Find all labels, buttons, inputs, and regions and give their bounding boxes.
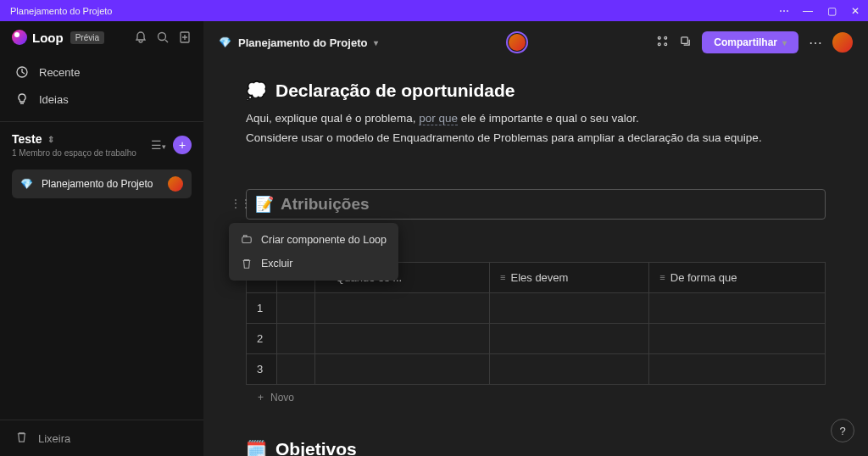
nav-ideas-label: Ideias: [39, 93, 69, 106]
add-workspace-button[interactable]: +: [173, 136, 192, 154]
drag-handle-icon[interactable]: ⋮⋮: [231, 197, 251, 209]
app-logo-text: Loop: [32, 31, 64, 45]
svg-point-3: [659, 36, 661, 39]
svg-point-6: [665, 43, 667, 46]
maximize-icon[interactable]: ▢: [826, 5, 837, 17]
share-button[interactable]: Compartilhar ▾: [702, 31, 798, 53]
apps-icon[interactable]: [656, 35, 669, 50]
nav-recent[interactable]: Recente: [0, 58, 203, 86]
table-row: 2: [247, 323, 826, 353]
table-cell[interactable]: [649, 353, 826, 384]
table-col-4[interactable]: ≡De forma que: [649, 262, 826, 292]
thought-emoji-icon: 💭: [246, 81, 267, 101]
opportunity-text-2[interactable]: Considere usar o modelo de Enquadramento…: [246, 129, 826, 148]
opportunity-heading[interactable]: 💭 Declaração de oportunidade: [246, 81, 826, 101]
table-row: 3: [247, 353, 826, 384]
ctx-delete-label: Excluir: [261, 258, 293, 270]
document-content: 💭 Declaração de oportunidade Aqui, expli…: [203, 64, 868, 456]
table-cell[interactable]: [649, 323, 826, 353]
workspace-page-item[interactable]: 💎 Planejamento do Projeto: [12, 170, 192, 198]
chevron-down-icon: ▾: [374, 38, 378, 47]
assignments-table-wrap: ≡Quando os ... ≡Eles devem ≡De forma que…: [246, 262, 826, 410]
nav-recent-label: Recente: [39, 66, 80, 79]
workspace-member-count: 1 Membro do espaço de trabalho: [12, 148, 136, 158]
window-titlebar: Planejamento do Projeto ⋯ — ▢ ✕: [0, 0, 868, 21]
chevron-icon: ⇕: [47, 135, 54, 144]
avatar: [168, 176, 183, 192]
presence-avatar[interactable]: [506, 31, 528, 53]
svg-point-5: [659, 43, 661, 46]
add-page-icon[interactable]: [178, 31, 192, 44]
close-icon[interactable]: ✕: [849, 5, 861, 17]
sidebar-nav: Recente Ideias: [0, 53, 203, 118]
more-icon[interactable]: ⋯: [778, 5, 790, 17]
loop-logo-icon: [12, 30, 27, 45]
svg-point-0: [159, 33, 166, 41]
window-title: Planejamento do Projeto: [10, 6, 112, 16]
workspace-page-label: Planejamento do Projeto: [42, 178, 159, 190]
main-area: 💎 Planejamento do Projeto ▾ Compartilhar: [203, 21, 868, 456]
table-cell[interactable]: [649, 292, 826, 323]
avatar: [509, 34, 526, 51]
table-cell[interactable]: [490, 323, 649, 353]
svg-rect-9: [244, 236, 248, 237]
text-icon: ≡: [659, 272, 665, 282]
more-icon[interactable]: ⋯: [809, 35, 822, 51]
trash-button[interactable]: Lixeira: [15, 431, 188, 446]
window-controls: ⋯ — ▢ ✕: [778, 5, 861, 17]
gem-icon: 💎: [219, 36, 231, 48]
workspace-name[interactable]: Teste ⇕: [12, 132, 136, 146]
topbar: 💎 Planejamento do Projeto ▾ Compartilhar: [203, 21, 868, 64]
svg-rect-8: [242, 236, 252, 242]
table-cell[interactable]: [490, 353, 649, 384]
objectives-heading[interactable]: 🗓️ Objetivos: [246, 439, 826, 456]
sidebar: Loop Prévia Recente: [0, 21, 203, 456]
share-label: Compartilhar: [714, 36, 777, 48]
minimize-icon[interactable]: —: [802, 5, 814, 17]
table-cell[interactable]: [277, 292, 315, 323]
copy-icon[interactable]: [679, 35, 692, 50]
gem-icon: 💎: [20, 178, 33, 190]
bell-icon[interactable]: [134, 31, 147, 44]
loop-component-icon: [241, 234, 253, 246]
svg-point-4: [665, 36, 667, 39]
sidebar-footer: Lixeira: [0, 420, 203, 456]
table-cell[interactable]: [314, 323, 489, 353]
table-cell[interactable]: [314, 353, 489, 384]
lightbulb-icon: [15, 92, 29, 106]
help-button[interactable]: ?: [831, 419, 854, 442]
search-icon[interactable]: [156, 31, 170, 44]
add-row-label: Novo: [270, 392, 294, 403]
table-col-3[interactable]: ≡Eles devem: [490, 262, 649, 292]
pencil-emoji-icon: 📝: [255, 195, 274, 214]
ctx-delete[interactable]: Excluir: [229, 252, 398, 275]
text-icon: ≡: [500, 272, 505, 282]
row-number: 1: [247, 292, 277, 323]
trash-icon: [15, 431, 28, 446]
assignments-heading-block[interactable]: 📝 Atribuições: [246, 189, 826, 220]
ctx-create-loop-component[interactable]: Criar componente do Loop: [229, 228, 398, 252]
table-cell[interactable]: [314, 292, 489, 323]
list-view-icon[interactable]: ☰▾: [151, 138, 166, 152]
plus-icon: +: [258, 392, 264, 403]
trash-label: Lixeira: [38, 432, 70, 445]
opportunity-text-1[interactable]: Aqui, explique qual é o problema, por qu…: [246, 109, 826, 129]
add-row-button[interactable]: + Novo: [246, 385, 826, 410]
workspace-section: Teste ⇕ 1 Membro do espaço de trabalho ☰…: [0, 121, 203, 209]
clock-icon: [15, 65, 29, 79]
table-row: 1: [247, 292, 826, 323]
table-cell[interactable]: [277, 353, 315, 384]
calendar-emoji-icon: 🗓️: [246, 439, 267, 456]
context-menu: Criar componente do Loop Excluir: [229, 223, 398, 281]
svg-rect-7: [682, 37, 688, 44]
sidebar-header: Loop Prévia: [0, 21, 203, 53]
row-number: 3: [247, 353, 277, 384]
page-title-dropdown[interactable]: 💎 Planejamento do Projeto ▾: [219, 36, 378, 49]
preview-badge: Prévia: [70, 31, 104, 44]
table-cell[interactable]: [277, 323, 315, 353]
table-cell[interactable]: [490, 292, 649, 323]
nav-ideas[interactable]: Ideias: [0, 86, 203, 113]
page-title: Planejamento do Projeto: [238, 36, 367, 49]
row-number: 2: [247, 323, 277, 353]
user-avatar[interactable]: [832, 32, 853, 53]
